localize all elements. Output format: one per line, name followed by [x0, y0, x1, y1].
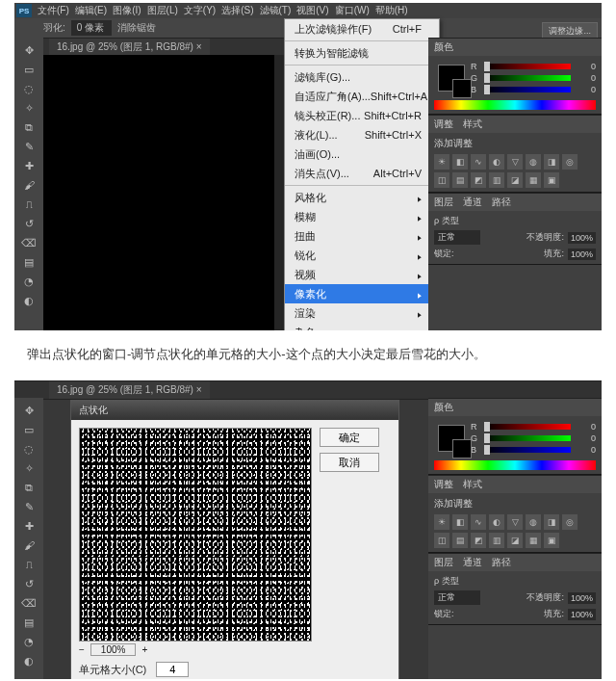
menu-filter[interactable]: 滤镜(T) [260, 4, 292, 17]
adj-color-lookup-icon[interactable]: ▤ [452, 172, 468, 188]
filter-noise[interactable]: 杂色 [285, 323, 439, 330]
menu-view[interactable]: 视图(V) [296, 4, 328, 17]
zoom-out-button[interactable]: − [79, 644, 85, 655]
feather-label: 羽化: [43, 21, 65, 35]
adj-levels-icon[interactable]: ◧ [452, 154, 468, 170]
menu-image[interactable]: 图像(I) [113, 4, 141, 17]
opacity-input[interactable]: 100% [568, 232, 596, 244]
adj-exposure-icon[interactable]: ◐ [489, 154, 504, 170]
adj-vibrance-icon[interactable]: ▽ [507, 154, 523, 170]
document-tab-2[interactable]: 16.jpg @ 25% (图层 1, RGB/8#) × [49, 381, 210, 399]
adj-selective-icon[interactable]: ▣ [544, 172, 559, 188]
blur-tool-icon[interactable]: ◔ [18, 273, 39, 290]
adj-hue-icon[interactable]: ◍ [526, 154, 541, 170]
marquee-tool-icon[interactable]: ▭ [18, 421, 39, 438]
dodge-tool-icon[interactable]: ◐ [18, 292, 39, 309]
gradient-tool-icon[interactable]: ▤ [18, 614, 39, 631]
tab-channels[interactable]: 通道 [463, 196, 482, 209]
ok-button[interactable]: 确定 [320, 428, 379, 447]
r-slider[interactable] [484, 64, 571, 69]
adjustment-icons: ☀ ◧ ∿ ◐ ▽ ◍ ◨ ◎ ◫ ▤ ◩ ▥ ◪ ▦ ▣ [434, 154, 596, 188]
adj-brightness-icon[interactable]: ☀ [434, 154, 449, 170]
heal-tool-icon[interactable]: ✚ [18, 517, 39, 535]
marquee-tool-icon[interactable]: ▭ [18, 61, 39, 78]
filter-pixelate[interactable]: 像素化 [285, 284, 439, 303]
stamp-tool-icon[interactable]: ⎍ [18, 556, 39, 573]
filter-last[interactable]: 上次滤镜操作(F)Ctrl+F [285, 19, 439, 39]
filter-distort[interactable]: 扭曲 [285, 226, 439, 246]
adj-invert-icon[interactable]: ◩ [471, 172, 486, 188]
filter-video[interactable]: 视频 [285, 265, 439, 284]
adj-posterize-icon[interactable]: ▥ [489, 172, 504, 188]
eyedropper-tool-icon[interactable]: ✎ [18, 138, 39, 155]
zoom-pct[interactable]: 100% [90, 643, 137, 656]
spectrum-bar[interactable] [434, 460, 596, 470]
g-slider[interactable] [484, 75, 571, 81]
wand-tool-icon[interactable]: ✧ [18, 99, 39, 117]
antialias-check[interactable]: 消除锯齿 [117, 21, 156, 35]
color-panel: 颜色 R0 G0 B0 [428, 38, 602, 115]
blur-tool-icon[interactable]: ◔ [18, 633, 39, 650]
spectrum-bar[interactable] [434, 100, 596, 110]
adj-bw-icon[interactable]: ◨ [544, 154, 559, 170]
menu-select[interactable]: 选择(S) [221, 4, 253, 17]
filter-render[interactable]: 渲染 [285, 303, 439, 323]
history-brush-icon[interactable]: ↺ [18, 575, 39, 592]
menu-help[interactable]: 帮助(H) [375, 4, 408, 17]
menu-window[interactable]: 窗口(W) [335, 4, 370, 17]
crop-tool-icon[interactable]: ⧉ [18, 479, 39, 496]
document-tab[interactable]: 16.jpg @ 25% (图层 1, RGB/8#) × [49, 39, 210, 56]
crop-tool-icon[interactable]: ⧉ [18, 118, 39, 136]
brush-tool-icon[interactable]: 🖌 [18, 537, 39, 554]
filter-sharpen[interactable]: 锐化 [285, 246, 439, 265]
cell-size-input[interactable] [156, 662, 189, 677]
right-panels-2: 颜色 R0 G0 B0 调整样式 添加调整 ☀◧ ∿◐ [428, 398, 602, 679]
tab-layers[interactable]: 图层 [434, 196, 453, 209]
move-tool-icon[interactable]: ✥ [18, 402, 39, 419]
app-menubar: PS 文件(F) 编辑(E) 图像(I) 图层(L) 文字(Y) 选择(S) 滤… [14, 3, 602, 18]
tab-paths[interactable]: 路径 [492, 196, 511, 209]
adj-photo-filter-icon[interactable]: ◎ [562, 154, 578, 170]
filter-blur[interactable]: 模糊 [285, 207, 439, 226]
eraser-tool-icon[interactable]: ⌫ [18, 234, 39, 251]
cell-size-label: 单元格大小(C) [79, 663, 146, 677]
menu-file[interactable]: 文件(F) [38, 4, 69, 17]
lasso-tool-icon[interactable]: ◌ [18, 80, 39, 97]
feather-input[interactable]: 0 像素 [71, 20, 112, 36]
blend-mode-select[interactable]: 正常 [434, 230, 480, 245]
gradient-tool-icon[interactable]: ▤ [18, 253, 39, 271]
move-tool-icon[interactable]: ✥ [18, 41, 39, 59]
lasso-tool-icon[interactable]: ◌ [18, 440, 39, 458]
fg-bg-swatch[interactable] [438, 65, 465, 92]
filter-smart[interactable]: 转换为智能滤镜 [285, 43, 439, 63]
adj-gradient-map-icon[interactable]: ▦ [526, 172, 541, 188]
stamp-tool-icon[interactable]: ⎍ [18, 196, 39, 213]
b-slider[interactable] [484, 87, 571, 92]
filter-stylize[interactable]: 风格化 [285, 188, 439, 207]
brush-tool-icon[interactable]: 🖌 [18, 176, 39, 194]
fill-input[interactable]: 100% [568, 249, 596, 260]
eraser-tool-icon[interactable]: ⌫ [18, 594, 39, 612]
adj-curves-icon[interactable]: ∿ [471, 154, 486, 170]
heal-tool-icon[interactable]: ✚ [18, 157, 39, 174]
menu-type[interactable]: 文字(Y) [184, 4, 216, 17]
cancel-button[interactable]: 取消 [320, 453, 379, 472]
add-adjustment-label: 添加调整 [434, 137, 596, 150]
filter-lens[interactable]: 镜头校正(R)...Shift+Ctrl+R [285, 106, 439, 125]
adj-channel-mixer-icon[interactable]: ◫ [434, 172, 449, 188]
dodge-tool-icon[interactable]: ◐ [18, 652, 39, 669]
menu-edit[interactable]: 编辑(E) [75, 4, 107, 17]
fg-bg-swatch[interactable] [438, 425, 465, 452]
filter-oil[interactable]: 油画(O)... [285, 144, 439, 164]
adj-threshold-icon[interactable]: ◪ [507, 172, 523, 188]
wand-tool-icon[interactable]: ✧ [18, 459, 39, 477]
filter-liquify[interactable]: 液化(L)...Shift+Ctrl+X [285, 125, 439, 144]
filter-vanishing[interactable]: 消失点(V)...Alt+Ctrl+V [285, 164, 439, 183]
history-brush-icon[interactable]: ↺ [18, 215, 39, 232]
filter-gallery[interactable]: 滤镜库(G)... [285, 67, 439, 87]
color-panel-2: 颜色 R0 G0 B0 [428, 398, 602, 475]
eyedropper-tool-icon[interactable]: ✎ [18, 498, 39, 515]
zoom-in-button[interactable]: + [141, 644, 147, 655]
menu-layer[interactable]: 图层(L) [147, 4, 178, 17]
filter-adaptive[interactable]: 自适应广角(A)...Shift+Ctrl+A [285, 87, 439, 106]
